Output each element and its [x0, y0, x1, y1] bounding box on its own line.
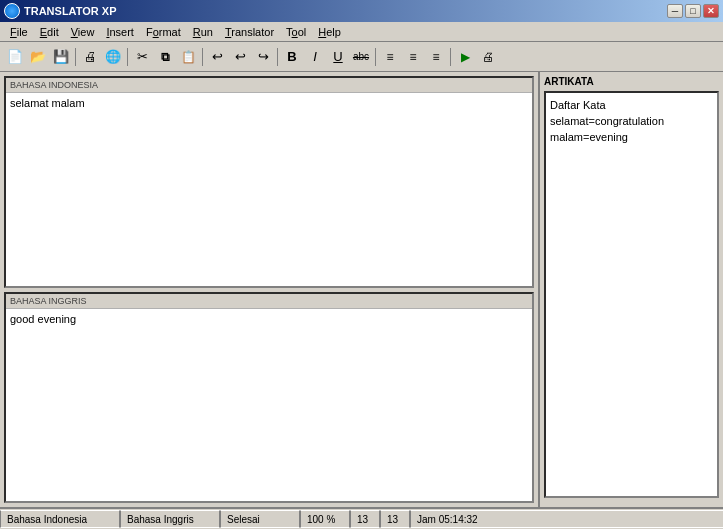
indonesia-label: BAHASA INDONESIA — [10, 80, 98, 90]
dict-entry-0: selamat=congratulation — [550, 113, 713, 129]
english-panel: BAHASA INGGRIS — [4, 292, 534, 504]
separator-1 — [75, 48, 76, 66]
menu-tool[interactable]: Tool — [280, 25, 312, 39]
play-icon: ▶ — [461, 50, 470, 64]
artikata-content: Daftar Kata selamat=congratulation malam… — [544, 91, 719, 498]
print-icon: 🖨 — [84, 49, 97, 64]
strikethrough-icon: abc — [353, 51, 369, 62]
toolbar: 📄 📂 💾 🖨 🌐 ✂ ⧉ 📋 ↩ ↩ ↪ B I U abc — [0, 42, 723, 72]
status-count1: 13 — [350, 510, 380, 528]
status-lang2: Bahasa Inggris — [120, 510, 220, 528]
menu-file[interactable]: File — [4, 25, 34, 39]
align-right-button[interactable]: ≡ — [425, 46, 447, 68]
app-icon — [4, 3, 20, 19]
redo-icon: ↪ — [258, 49, 269, 64]
status-count2: 13 — [380, 510, 410, 528]
undo2-icon: ↩ — [235, 49, 246, 64]
align-left-button[interactable]: ≡ — [379, 46, 401, 68]
english-textarea[interactable] — [6, 309, 532, 502]
bold-icon: B — [287, 49, 296, 64]
menu-run[interactable]: Run — [187, 25, 219, 39]
align-center-button[interactable]: ≡ — [402, 46, 424, 68]
copy-button[interactable]: ⧉ — [154, 46, 176, 68]
status-lang1: Bahasa Indonesia — [0, 510, 120, 528]
print2-button[interactable]: 🖨 — [477, 46, 499, 68]
paste-icon: 📋 — [181, 50, 196, 64]
undo-icon: ↩ — [212, 49, 223, 64]
globe-button[interactable]: 🌐 — [102, 46, 124, 68]
open-button[interactable]: 📂 — [27, 46, 49, 68]
separator-5 — [375, 48, 376, 66]
open-icon: 📂 — [30, 49, 46, 64]
artikata-title: ARTIKATA — [544, 76, 719, 87]
menu-view[interactable]: View — [65, 25, 101, 39]
align-center-icon: ≡ — [409, 50, 416, 64]
menu-format[interactable]: Format — [140, 25, 187, 39]
maximize-button[interactable]: □ — [685, 4, 701, 18]
main-content: BAHASA INDONESIA BAHASA INGGRIS ARTIKATA… — [0, 72, 723, 507]
redo-button[interactable]: ↪ — [252, 46, 274, 68]
menu-insert[interactable]: Insert — [100, 25, 140, 39]
app-title: TRANSLATOR XP — [24, 5, 117, 17]
status-percent: 100 % — [300, 510, 350, 528]
right-panel: ARTIKATA Daftar Kata selamat=congratulat… — [538, 72, 723, 507]
indonesia-textarea[interactable] — [6, 93, 532, 286]
titlebar: TRANSLATOR XP ─ □ ✕ — [0, 0, 723, 22]
separator-6 — [450, 48, 451, 66]
new-icon: 📄 — [7, 49, 23, 64]
undo-button[interactable]: ↩ — [206, 46, 228, 68]
indonesia-panel: BAHASA INDONESIA — [4, 76, 534, 288]
copy-icon: ⧉ — [161, 50, 170, 64]
statusbar: Bahasa Indonesia Bahasa Inggris Selesai … — [0, 507, 723, 529]
save-button[interactable]: 💾 — [50, 46, 72, 68]
status-time: Jam 05:14:32 — [410, 510, 723, 528]
cut-button[interactable]: ✂ — [131, 46, 153, 68]
dict-title: Daftar Kata — [550, 97, 713, 113]
status-selesai: Selesai — [220, 510, 300, 528]
globe-icon: 🌐 — [105, 49, 121, 64]
strikethrough-button[interactable]: abc — [350, 46, 372, 68]
bold-button[interactable]: B — [281, 46, 303, 68]
new-button[interactable]: 📄 — [4, 46, 26, 68]
underline-icon: U — [333, 49, 342, 64]
menu-help[interactable]: Help — [312, 25, 347, 39]
italic-icon: I — [313, 49, 317, 64]
paste-button[interactable]: 📋 — [177, 46, 199, 68]
save-icon: 💾 — [53, 49, 69, 64]
italic-button[interactable]: I — [304, 46, 326, 68]
print-button[interactable]: 🖨 — [79, 46, 101, 68]
menu-translator[interactable]: Translator — [219, 25, 280, 39]
separator-2 — [127, 48, 128, 66]
titlebar-left: TRANSLATOR XP — [4, 3, 117, 19]
close-button[interactable]: ✕ — [703, 4, 719, 18]
print2-icon: 🖨 — [482, 50, 494, 64]
cut-icon: ✂ — [137, 49, 148, 64]
undo2-button[interactable]: ↩ — [229, 46, 251, 68]
dict-entry-1: malam=evening — [550, 129, 713, 145]
left-panel: BAHASA INDONESIA BAHASA INGGRIS — [0, 72, 538, 507]
minimize-button[interactable]: ─ — [667, 4, 683, 18]
menu-edit[interactable]: Edit — [34, 25, 65, 39]
window-controls: ─ □ ✕ — [667, 4, 719, 18]
underline-button[interactable]: U — [327, 46, 349, 68]
run-button[interactable]: ▶ — [454, 46, 476, 68]
align-right-icon: ≡ — [432, 50, 439, 64]
align-left-icon: ≡ — [386, 50, 393, 64]
separator-3 — [202, 48, 203, 66]
separator-4 — [277, 48, 278, 66]
english-label: BAHASA INGGRIS — [10, 296, 87, 306]
menubar: File Edit View Insert Format Run Transla… — [0, 22, 723, 42]
